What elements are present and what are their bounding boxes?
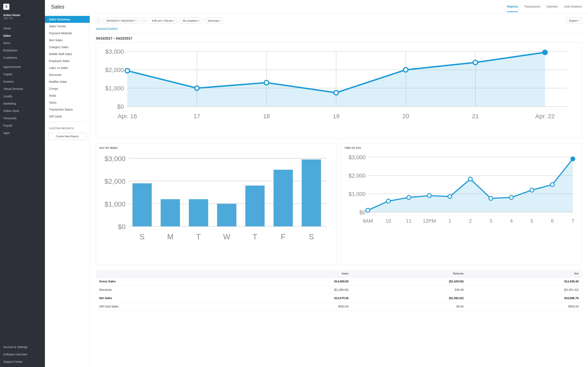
summary-table: Sales Refunds Net Gross Sales $14,068.00…: [96, 270, 582, 311]
next-date-button[interactable]: ›: [141, 17, 147, 24]
svg-text:T: T: [252, 233, 257, 241]
svg-text:S: S: [140, 233, 145, 241]
sidebar-item-payroll[interactable]: Payroll: [0, 122, 45, 129]
sidebar-item-virtual-terminal[interactable]: Virtual Terminal: [0, 85, 45, 92]
left-nav-labor-vs-sales[interactable]: Labor vs Sales: [45, 64, 90, 71]
sidebar-item-capital[interactable]: Capital: [0, 71, 45, 78]
svg-text:12PM: 12PM: [423, 218, 436, 224]
svg-text:17: 17: [194, 113, 200, 119]
svg-text:19: 19: [333, 113, 339, 119]
svg-marker-58: [368, 159, 573, 212]
svg-text:3: 3: [489, 218, 492, 224]
top-nav: Reports Transactions Deposits Cash Drawe…: [507, 5, 582, 12]
svg-point-69: [571, 157, 575, 161]
summary-chevron: ▾: [220, 20, 221, 22]
svg-text:F: F: [281, 233, 286, 241]
sidebar-item-appointments[interactable]: Appointments: [0, 63, 45, 71]
sidebar-item-support-center[interactable]: Support Center: [0, 358, 45, 365]
charts-row: DAY OF WEEK $3,000 $2,000 $1,000 $0: [96, 143, 582, 265]
prev-date-button[interactable]: ‹: [96, 17, 101, 24]
svg-point-14: [125, 68, 130, 73]
sidebar-item-customers[interactable]: Customers: [0, 54, 45, 61]
left-nav-category-sales[interactable]: Category Sales: [45, 44, 90, 50]
left-nav-divider: [48, 122, 86, 122]
svg-text:$3,000: $3,000: [348, 154, 365, 161]
create-new-report-button[interactable]: Create New Report: [48, 133, 86, 140]
sidebar-item-account-settings[interactable]: Account & Settings: [0, 343, 45, 351]
next-arrow-icon: ›: [144, 19, 145, 22]
table-row: Discounts ($1,988.60) $36.98 ($1,951.62): [96, 285, 582, 294]
sidebar-item-home[interactable]: Home: [0, 25, 45, 32]
advanced-options-link[interactable]: Advanced Options: [96, 27, 118, 30]
svg-point-59: [366, 208, 370, 212]
sidebar: S Arden Home Sign Out Home Sales Items E…: [0, 0, 45, 367]
tab-deposits[interactable]: Deposits: [546, 5, 558, 12]
left-nav-item-sales[interactable]: Item Sales: [45, 37, 90, 44]
sidebar-item-invoices[interactable]: Invoices: [0, 78, 45, 85]
svg-text:21: 21: [472, 113, 479, 119]
sidebar-item-marketing[interactable]: Marketing: [0, 100, 45, 107]
svg-text:6: 6: [551, 218, 554, 224]
export-label: Export: [569, 19, 577, 22]
svg-text:5: 5: [530, 218, 533, 224]
svg-point-61: [407, 196, 411, 200]
tab-transactions[interactable]: Transactions: [524, 5, 540, 12]
tab-cash-drawers[interactable]: Cash Drawers: [564, 5, 582, 12]
date-range-chevron: ▾: [135, 20, 136, 22]
svg-point-18: [403, 67, 408, 72]
left-nav-modifier-sales[interactable]: Modifier Sales: [45, 78, 90, 85]
locations-label: All Locations: [182, 19, 198, 22]
logo-icon: S: [5, 5, 8, 8]
sidebar-item-software-overview[interactable]: Software Overview: [0, 351, 45, 358]
summary-button[interactable]: Summary ▾: [205, 17, 224, 24]
left-nav-comps[interactable]: Comps: [45, 85, 90, 92]
locations-button[interactable]: All Locations ▾: [180, 17, 203, 24]
left-nav-mobile-staff-sales[interactable]: Mobile Staff Sales: [45, 50, 90, 58]
left-nav-payment-methods[interactable]: Payment Methods: [45, 30, 90, 37]
table-cell-refunds: $36.98: [352, 285, 467, 294]
time-range-button[interactable]: 9:00 am–7:00 pm ▾: [149, 17, 177, 24]
sidebar-item-apps[interactable]: Apps: [0, 129, 45, 137]
export-button[interactable]: Export ▾: [566, 17, 582, 24]
time-range-label: 9:00 am–7:00 pm: [152, 19, 173, 22]
left-nav-gift-cards[interactable]: Gift Cards: [45, 113, 90, 120]
table-row: Gross Sales $14,068.00 ($1,429.60) $12,6…: [96, 277, 582, 285]
content-area: Sales Summary Sales Trends Payment Metho…: [45, 13, 588, 367]
report-area: ‹ 04/16/2017–04/22/2017 ▾ › 9:00 am–7:00…: [90, 13, 588, 367]
svg-text:$2,000: $2,000: [105, 67, 124, 73]
sidebar-item-timecards[interactable]: Timecards: [0, 115, 45, 122]
svg-text:9AM: 9AM: [363, 218, 373, 224]
left-nav-employee-sales[interactable]: Employee Sales: [45, 58, 90, 64]
sidebar-item-loyalty[interactable]: Loyalty: [0, 92, 45, 100]
tab-reports[interactable]: Reports: [507, 5, 518, 12]
sidebar-item-employees[interactable]: Employees: [0, 47, 45, 54]
main-content: Sales Reports Transactions Deposits Cash…: [45, 0, 588, 367]
svg-text:4: 4: [510, 218, 513, 224]
svg-text:S: S: [309, 233, 314, 241]
date-range-header: 04/16/2017 – 04/22/2017: [96, 37, 582, 40]
svg-text:Apr. 22: Apr. 22: [535, 113, 555, 119]
left-nav-discounts[interactable]: Discounts: [45, 71, 90, 78]
sidebar-item-sales[interactable]: Sales: [0, 32, 45, 39]
table-cell-sales: ($1,988.60): [237, 285, 352, 294]
table-cell-refunds: $0.00: [352, 302, 467, 310]
left-nav-sales-trends[interactable]: Sales Trends: [45, 23, 90, 30]
sign-out-link[interactable]: Sign Out: [3, 17, 42, 20]
sidebar-item-online-store[interactable]: Online Store: [0, 107, 45, 115]
sidebar-item-items[interactable]: Items: [0, 39, 45, 47]
main-chart-svg: $3,000 $2,000 $1,000 $0: [99, 46, 579, 135]
left-nav-sales-summary[interactable]: Sales Summary: [45, 16, 90, 23]
svg-text:M: M: [167, 233, 173, 241]
left-nav: Sales Summary Sales Trends Payment Metho…: [45, 13, 90, 367]
svg-rect-42: [302, 160, 321, 226]
left-nav-taxes[interactable]: Taxes: [45, 99, 90, 106]
left-nav-voids[interactable]: Voids: [45, 92, 90, 99]
table-cell-sales: $14,068.00: [237, 277, 352, 285]
date-range-button[interactable]: 04/16/2017–04/22/2017 ▾: [103, 17, 139, 24]
left-nav-transaction-status[interactable]: Transaction Status: [45, 106, 90, 113]
svg-point-17: [334, 91, 338, 95]
table-header-refunds: Refunds: [352, 270, 467, 277]
table-header-label: [96, 270, 237, 277]
svg-text:T: T: [196, 233, 201, 241]
custom-reports-label: CUSTOM REPORTS: [45, 124, 90, 131]
